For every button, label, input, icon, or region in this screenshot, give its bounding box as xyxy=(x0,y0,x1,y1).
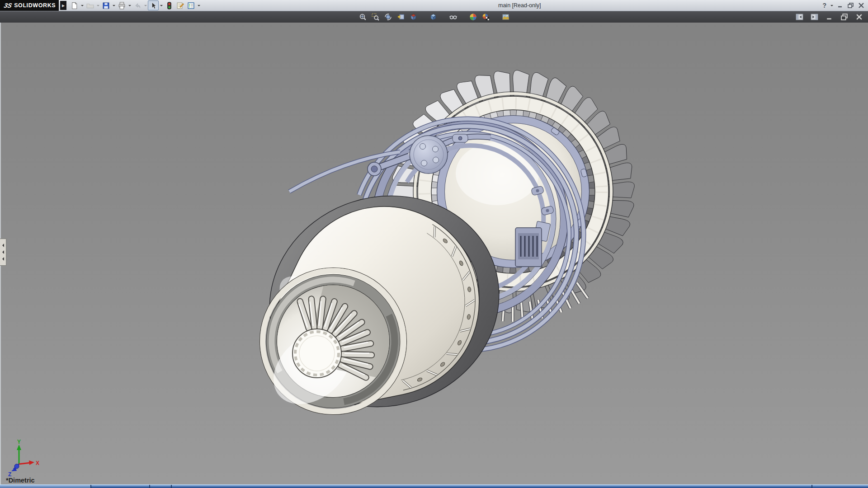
toolbar-file-properties-button[interactable] xyxy=(175,0,185,10)
toolbar-open-dropdown[interactable] xyxy=(95,1,100,10)
toolbar-section-view-button[interactable] xyxy=(408,12,419,22)
document-window-controls xyxy=(794,11,864,23)
left-pane-toggle-icon xyxy=(796,13,803,21)
status-bar-segment[interactable] xyxy=(0,485,90,488)
status-bar-divider xyxy=(811,485,812,488)
view-orientation-icon xyxy=(429,13,437,21)
jet-engine-model xyxy=(0,11,868,484)
solidworks-brand-text: SOLIDWORKS xyxy=(14,2,56,9)
triad-x-label: X xyxy=(36,460,39,466)
toolbar-open-button xyxy=(85,0,95,10)
toolbar-options-dropdown[interactable] xyxy=(196,1,201,10)
document-title: main [Read-only] xyxy=(498,2,541,9)
exhaust-hub xyxy=(292,329,341,378)
select-icon xyxy=(150,2,157,9)
exhaust-cone-ribs xyxy=(299,299,372,378)
heads-up-view-toolbar xyxy=(357,11,511,23)
toolbar-print-button[interactable] xyxy=(116,0,127,10)
graphics-area[interactable]: Y X Z *Dimetric xyxy=(0,11,868,484)
chevron-down-icon xyxy=(128,5,131,8)
toolbar-hide-show-items-button[interactable] xyxy=(448,12,458,22)
window-controls: ? xyxy=(822,0,864,11)
zoom-to-fit-icon xyxy=(359,13,367,21)
right-pane-toggle-icon xyxy=(811,13,818,21)
mount-eyelet xyxy=(368,162,381,176)
toolbar-view-orientation-button[interactable] xyxy=(428,12,439,22)
rivet-band xyxy=(401,225,475,390)
bolted-flange xyxy=(410,136,448,174)
toolbar-apply-scene-button[interactable] xyxy=(467,12,478,22)
casing-tab xyxy=(541,206,554,216)
expand-pane-arrow-icon xyxy=(0,250,4,254)
toolbar-doc-restore-button[interactable] xyxy=(839,12,849,22)
toolbar-undo-button xyxy=(132,0,143,10)
dark-flange-ring xyxy=(242,166,527,436)
chevron-down-icon xyxy=(160,5,163,8)
toolbar-select-button[interactable] xyxy=(148,0,159,10)
doc-minimize-icon xyxy=(826,13,833,21)
expand-pane-arrow-icon xyxy=(0,257,4,261)
expand-pane-arrow-icon xyxy=(0,244,4,247)
toolbar-options-button[interactable] xyxy=(185,0,196,10)
zoom-to-area-icon xyxy=(372,13,379,21)
toolbar-left-pane-toggle-button[interactable] xyxy=(794,12,805,22)
toolbar-new-document-button[interactable] xyxy=(69,0,80,10)
chevron-down-icon xyxy=(81,5,84,8)
toolbar-rotate-view-button[interactable] xyxy=(382,12,393,22)
toolbar-doc-close-button[interactable] xyxy=(854,12,864,22)
chevron-down-icon xyxy=(144,5,147,8)
save-icon xyxy=(102,2,110,9)
toolbar-rebuild-button[interactable] xyxy=(164,0,175,10)
triad-y-label: Y xyxy=(17,439,21,445)
rim-bolt-tabs xyxy=(551,127,587,227)
toolbar-new-document-dropdown[interactable] xyxy=(80,1,85,10)
toolbar-save-dropdown[interactable] xyxy=(111,1,116,10)
previous-view-icon xyxy=(397,13,405,21)
standard-toolbar xyxy=(69,0,201,10)
restore-icon[interactable] xyxy=(848,3,854,8)
view-orientation-label: *Dimetric xyxy=(6,477,35,484)
toolbar-print-dropdown[interactable] xyxy=(127,1,132,10)
feature-manager-collapsed-tab[interactable] xyxy=(0,239,6,266)
stator-vanes xyxy=(403,252,588,322)
status-bar-divider xyxy=(149,485,150,488)
toolbar-zoom-to-area-button[interactable] xyxy=(370,12,381,22)
scene-editor-icon xyxy=(502,13,509,21)
toolbar-previous-view-button[interactable] xyxy=(395,12,406,22)
toolbar-scene-editor-button[interactable] xyxy=(500,12,511,22)
options-icon xyxy=(187,2,195,9)
chevron-down-icon xyxy=(97,5,99,8)
reference-triad: Y X Z xyxy=(3,439,43,482)
turbine-fan xyxy=(392,70,635,313)
toolbar-select-dropdown[interactable] xyxy=(159,1,164,10)
view-settings-icon xyxy=(482,13,490,21)
toolbar-undo-dropdown[interactable] xyxy=(143,1,148,10)
nozzle-assembly xyxy=(259,268,407,419)
new-document-icon xyxy=(71,2,78,9)
title-bar: 3S SOLIDWORKS ▶ main [Read-only] ? xyxy=(0,0,868,11)
document-window-bar xyxy=(0,11,868,23)
apply-scene-icon xyxy=(469,13,477,21)
toolbar-save-button[interactable] xyxy=(100,0,111,10)
status-bar-divider xyxy=(90,485,91,488)
solidworks-logo-glyph: 3S xyxy=(3,2,13,9)
help-icon[interactable]: ? xyxy=(822,2,826,9)
doc-close-icon xyxy=(855,13,863,21)
casing-tab xyxy=(531,186,544,196)
chevron-down-icon xyxy=(198,5,200,8)
menu-expand-arrow-icon[interactable]: ▶ xyxy=(60,1,66,10)
minimize-icon[interactable] xyxy=(837,3,844,8)
exhaust-shell xyxy=(266,206,479,407)
status-bar-divider xyxy=(171,485,172,488)
connector-block xyxy=(515,221,551,267)
toolbar-right-pane-toggle-button[interactable] xyxy=(809,12,820,22)
compressor-casing xyxy=(289,119,584,350)
print-icon xyxy=(118,2,126,9)
toolbar-zoom-to-fit-button[interactable] xyxy=(357,12,368,22)
open-icon xyxy=(86,2,94,9)
toolbar-doc-minimize-button[interactable] xyxy=(824,12,835,22)
toolbar-view-settings-button[interactable] xyxy=(480,12,491,22)
help-dropdown-icon[interactable] xyxy=(830,5,833,8)
close-icon[interactable] xyxy=(858,3,864,8)
status-bar xyxy=(0,484,868,488)
